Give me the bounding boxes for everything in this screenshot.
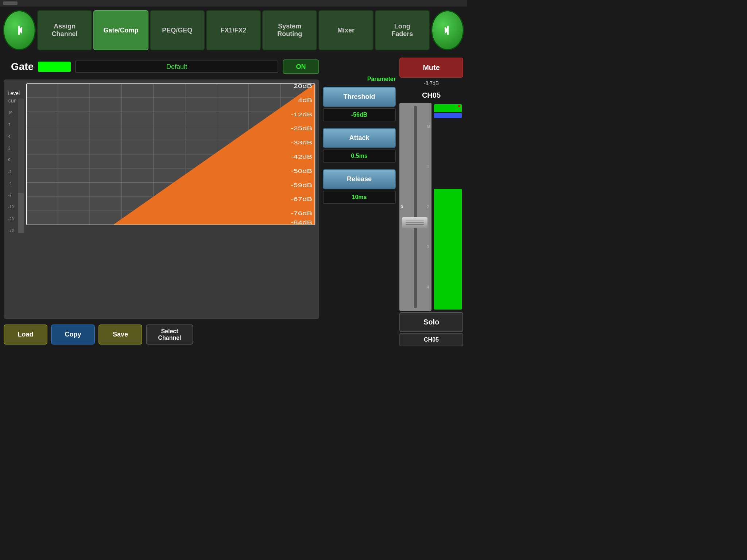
gate-title: Gate	[11, 61, 34, 73]
level-m30: -30	[8, 229, 16, 233]
blue-indicator	[434, 113, 462, 118]
gate-header: Gate Default ON	[4, 58, 319, 76]
channel-name-display: CH05	[399, 89, 463, 102]
svg-text:-76dB: -76dB	[291, 210, 312, 216]
svg-text:-59dB: -59dB	[291, 182, 312, 188]
save-button[interactable]: Save	[98, 324, 142, 345]
attack-value: 0.5ms	[323, 149, 396, 163]
meter-green-fill	[434, 189, 462, 310]
tab-assign-channel[interactable]: Assign Channel	[37, 10, 92, 50]
release-value: 10ms	[323, 191, 396, 204]
copy-button[interactable]: Copy	[51, 324, 95, 345]
right-panel: Mute -8.7dB CH05 0	[399, 58, 463, 346]
level-m2: -2	[8, 170, 16, 174]
level-m7: -7	[8, 193, 16, 197]
load-button[interactable]: Load	[4, 324, 47, 345]
red-clip-indicator	[458, 105, 460, 107]
level-0: 0	[8, 158, 16, 162]
svg-text:-33dB: -33dB	[291, 140, 312, 145]
release-button[interactable]: Release	[323, 169, 396, 189]
tab-gate-comp[interactable]: Gate/Comp	[93, 10, 148, 50]
nav-bar: Assign Channel Gate/Comp PEQ/GEQ FX1/FX2…	[0, 7, 467, 54]
title-bar-decoration	[3, 1, 18, 5]
channel-bottom-label: CH05	[399, 333, 463, 346]
svg-text:-42dB: -42dB	[291, 154, 312, 160]
svg-text:-84dB: -84dB	[291, 219, 312, 225]
level-2: 2	[8, 146, 16, 150]
level-title: Level	[4, 90, 24, 96]
green-indicator	[434, 104, 462, 112]
bottom-buttons: Load Copy Save Select Channel	[4, 323, 319, 346]
level-4: 4	[8, 135, 16, 139]
level-m10: -10	[8, 205, 16, 209]
tab-fx1-fx2[interactable]: FX1/FX2	[206, 10, 261, 50]
level-clip: CLIP	[8, 99, 16, 103]
svg-text:-67dB: -67dB	[291, 197, 312, 202]
parameter-label: Parameter	[367, 76, 396, 82]
parameter-label-area: Parameter	[323, 76, 396, 82]
scale-M: M	[427, 125, 430, 129]
tab-peq-geq[interactable]: PEQ/GEQ	[150, 10, 205, 50]
top-meter-indicators	[433, 103, 463, 125]
level-10: 10	[8, 111, 16, 115]
svg-text:20dB: 20dB	[293, 83, 312, 89]
attack-section: Attack 0.5ms	[323, 128, 396, 163]
level-m4: -4	[8, 182, 16, 186]
release-section: Release 10ms	[323, 169, 396, 204]
scale-label-0: 0	[401, 205, 403, 209]
level-m20: -20	[8, 217, 16, 221]
gate-on-button[interactable]: ON	[283, 59, 319, 74]
svg-text:4dB: 4dB	[298, 97, 312, 103]
solo-button[interactable]: Solo	[399, 312, 463, 332]
meter-section	[433, 103, 463, 311]
svg-text:-12dB: -12dB	[291, 112, 312, 117]
attack-button[interactable]: Attack	[323, 128, 396, 148]
main-content: Gate Default ON Level CLIP 10 7 4	[0, 54, 467, 350]
tab-long-faders[interactable]: Long Faders	[375, 10, 430, 50]
tab-system-routing[interactable]: System Routing	[262, 10, 317, 50]
tab-mixer[interactable]: Mixer	[318, 10, 373, 50]
scale-1: 1	[427, 165, 430, 169]
middle-panel: Parameter Threshold -56dB Attack 0.5ms R…	[323, 58, 396, 346]
select-channel-button[interactable]: Select Channel	[146, 324, 193, 345]
gate-graph: 20dB 4dB -12dB -25dB -33dB -42dB -50dB -…	[26, 83, 316, 225]
level-meter-bar	[18, 98, 24, 233]
nav-prev-button[interactable]	[3, 10, 36, 50]
title-bar	[0, 0, 467, 7]
scale-4: 4	[427, 285, 430, 289]
nav-next-button[interactable]	[431, 10, 464, 50]
threshold-section: Threshold -56dB	[323, 87, 396, 121]
left-panel: Gate Default ON Level CLIP 10 7 4	[4, 58, 319, 346]
fader-meter-area: 0 M 1 2 3 4	[399, 103, 463, 311]
svg-text:-50dB: -50dB	[291, 168, 312, 174]
gate-green-indicator	[38, 62, 71, 72]
main-meter-bar	[433, 125, 463, 311]
gate-graph-container: Level CLIP 10 7 4 2 0 -2 -4 -7 -10 -20	[4, 79, 319, 319]
nav-tabs: Assign Channel Gate/Comp PEQ/GEQ FX1/FX2…	[37, 10, 430, 50]
gate-default-display: Default	[75, 61, 278, 73]
fader-handle[interactable]	[402, 217, 427, 228]
threshold-value: -56dB	[323, 108, 396, 121]
channel-fader[interactable]: 0 M 1 2 3 4	[399, 103, 431, 311]
scale-3: 3	[427, 245, 430, 249]
svg-text:-25dB: -25dB	[291, 126, 312, 132]
threshold-button[interactable]: Threshold	[323, 87, 396, 107]
scale-2: 2	[427, 205, 430, 209]
level-axis: Level CLIP 10 7 4 2 0 -2 -4 -7 -10 -20	[4, 83, 24, 315]
level-7: 7	[8, 123, 16, 127]
db-display: -8.7dB	[399, 79, 463, 88]
mute-button[interactable]: Mute	[399, 58, 463, 78]
